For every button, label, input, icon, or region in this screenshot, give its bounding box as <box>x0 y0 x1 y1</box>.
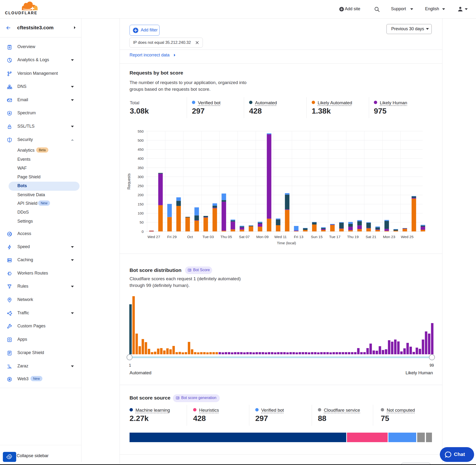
svg-text:Oct: Oct <box>187 235 193 239</box>
svg-text:Fri 29: Fri 29 <box>167 235 177 239</box>
svg-text:1: 1 <box>129 363 131 367</box>
svg-text:Wed 27: Wed 27 <box>148 235 160 239</box>
svg-text:Mon 09: Mon 09 <box>256 235 269 239</box>
svg-text:350: 350 <box>138 166 144 170</box>
svg-text:450: 450 <box>138 147 144 151</box>
svg-text:Wed 25: Wed 25 <box>401 235 413 239</box>
svg-text:Tue 17: Tue 17 <box>329 235 340 239</box>
svg-text:150: 150 <box>138 202 144 206</box>
svg-text:Fri 13: Fri 13 <box>294 235 303 239</box>
svg-text:300: 300 <box>138 175 144 179</box>
svg-text:200: 200 <box>138 193 144 197</box>
svg-text:Thu 05: Thu 05 <box>221 235 232 239</box>
svg-text:Time (local): Time (local) <box>277 241 296 245</box>
svg-text:400: 400 <box>138 157 144 160</box>
svg-text:99: 99 <box>430 363 434 367</box>
svg-text:Sat 21: Sat 21 <box>366 235 376 239</box>
svg-text:0: 0 <box>142 230 144 233</box>
svg-text:50: 50 <box>139 220 144 224</box>
svg-text:500: 500 <box>138 138 144 142</box>
svg-text:Automated: Automated <box>129 370 151 375</box>
svg-text:Sat 07: Sat 07 <box>239 235 250 239</box>
svg-text:100: 100 <box>138 211 144 215</box>
svg-text:Likely Human: Likely Human <box>405 370 433 375</box>
svg-text:Wed 11: Wed 11 <box>274 235 287 239</box>
svg-text:Sun 15: Sun 15 <box>311 235 322 239</box>
svg-text:Mon 23: Mon 23 <box>383 235 395 239</box>
svg-text:Thu 19: Thu 19 <box>347 235 359 239</box>
svg-text:Requests: Requests <box>127 173 131 190</box>
svg-text:Tue 03: Tue 03 <box>202 235 214 239</box>
svg-text:250: 250 <box>138 184 144 188</box>
svg-text:550: 550 <box>138 129 144 133</box>
